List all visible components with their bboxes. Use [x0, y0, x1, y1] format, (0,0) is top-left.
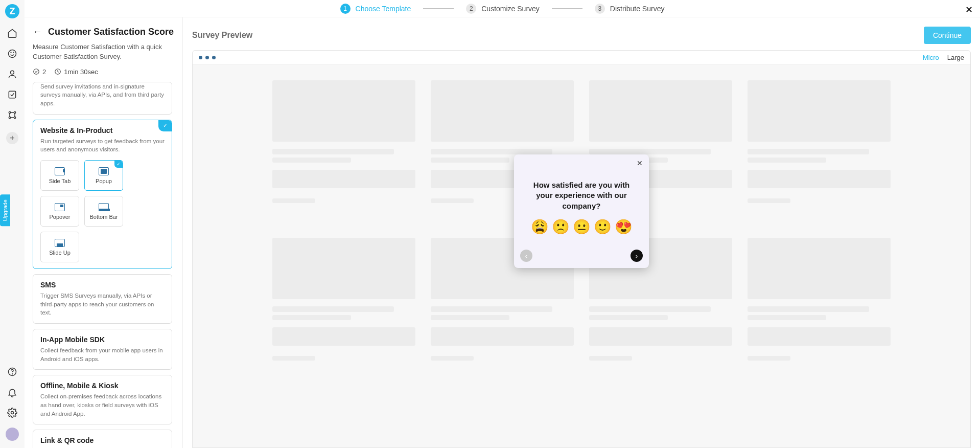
template-description: Measure Customer Satisfaction with a qui…: [33, 42, 174, 62]
survey-icon[interactable]: [7, 89, 18, 100]
preview-title: Survey Preview: [192, 31, 252, 40]
svg-rect-4: [9, 91, 15, 98]
svg-point-11: [11, 412, 14, 414]
svg-point-7: [9, 117, 10, 118]
step-divider: [552, 8, 582, 9]
question-count: 2: [33, 68, 46, 76]
feedback-icon[interactable]: [7, 48, 18, 59]
back-arrow-icon[interactable]: ←: [33, 27, 42, 37]
sidetab-icon: [55, 167, 65, 175]
widget-option-sidetab[interactable]: Side Tab: [40, 160, 79, 191]
step-customize-survey[interactable]: 2 Customize Survey: [466, 4, 540, 14]
svg-point-1: [11, 52, 11, 53]
preview-panel: Survey Preview Continue Micro Large: [183, 17, 980, 448]
popover-icon: [55, 203, 65, 211]
survey-popup: ✕ How satisfied are you with your experi…: [514, 154, 649, 268]
browser-preview-frame: Micro Large: [192, 50, 971, 448]
svg-point-6: [14, 111, 15, 113]
avatar[interactable]: [6, 428, 19, 441]
check-icon: ✓: [158, 120, 172, 131]
close-icon[interactable]: ✕: [965, 4, 973, 15]
channel-card-sdk[interactable]: In-App Mobile SDK Collect feedback from …: [33, 329, 172, 370]
wizard-stepper: 1 Choose Template 2 Customize Survey 3 D…: [25, 0, 980, 17]
svg-point-2: [13, 52, 14, 53]
widget-option-popover[interactable]: Popover: [40, 196, 79, 227]
emoji-rating-row: 😩 🙁 😐 🙂 😍: [520, 218, 643, 235]
continue-button[interactable]: Continue: [924, 27, 971, 44]
slideup-icon: [55, 239, 65, 247]
emoji-rating-2[interactable]: 🙁: [552, 218, 570, 235]
step-choose-template[interactable]: 1 Choose Template: [340, 4, 411, 14]
svg-point-5: [9, 111, 10, 113]
bottombar-icon: [99, 203, 109, 211]
widget-option-popup[interactable]: ✓ Popup: [84, 160, 123, 191]
popup-close-icon[interactable]: ✕: [637, 160, 643, 167]
svg-point-8: [14, 117, 15, 118]
view-toggle-large[interactable]: Large: [947, 54, 964, 61]
window-dot: [199, 56, 202, 59]
window-dot: [212, 56, 216, 59]
config-panel: ← Customer Satisfaction Score Measure Cu…: [25, 17, 183, 448]
emoji-rating-3[interactable]: 😐: [573, 218, 591, 235]
channel-card-website[interactable]: ✓ Website & In-Product Run targeted surv…: [33, 120, 172, 269]
channel-card-sms[interactable]: SMS Trigger SMS Surveys manually, via AP…: [33, 274, 172, 324]
next-button[interactable]: ›: [631, 250, 643, 262]
widget-option-bottombar[interactable]: Bottom Bar: [84, 196, 123, 227]
emoji-rating-1[interactable]: 😩: [531, 218, 549, 235]
notifications-icon[interactable]: [7, 387, 18, 398]
channel-card-offline[interactable]: Offline, Mobile & Kiosk Collect on-premi…: [33, 375, 172, 424]
workflow-icon[interactable]: [7, 109, 18, 121]
settings-icon[interactable]: [7, 407, 18, 418]
check-icon: ✓: [114, 161, 123, 168]
browser-chrome: Micro Large: [193, 51, 970, 65]
widget-option-slideup[interactable]: Slide Up: [40, 232, 79, 262]
view-toggle-micro[interactable]: Micro: [923, 54, 939, 61]
svg-point-12: [34, 69, 39, 75]
popup-icon: [99, 167, 109, 175]
previous-button[interactable]: ‹: [520, 250, 532, 262]
emoji-rating-4[interactable]: 🙂: [594, 218, 612, 235]
duration: 1min 30sec: [54, 68, 98, 76]
window-dot: [205, 56, 209, 59]
channel-card-email[interactable]: Send survey invitations and in-signature…: [33, 82, 172, 115]
survey-question: How satisfied are you with your experien…: [520, 180, 643, 211]
upgrade-tab[interactable]: Upgrade: [0, 194, 10, 226]
template-title: Customer Satisfaction Score: [48, 27, 174, 37]
home-icon[interactable]: [7, 28, 18, 39]
svg-point-10: [12, 374, 13, 374]
add-button[interactable]: +: [6, 132, 18, 144]
app-logo[interactable]: Z: [5, 4, 19, 18]
svg-point-3: [11, 71, 14, 74]
channel-card-link[interactable]: Link & QR code Survey your audiences wit…: [33, 430, 172, 448]
svg-point-0: [9, 50, 16, 58]
step-divider: [423, 8, 454, 9]
emoji-rating-5[interactable]: 😍: [615, 218, 633, 235]
mock-page: ✕ How satisfied are you with your experi…: [193, 65, 970, 447]
user-icon[interactable]: [7, 69, 18, 80]
step-distribute-survey[interactable]: 3 Distribute Survey: [595, 4, 665, 14]
help-icon[interactable]: [7, 366, 18, 377]
